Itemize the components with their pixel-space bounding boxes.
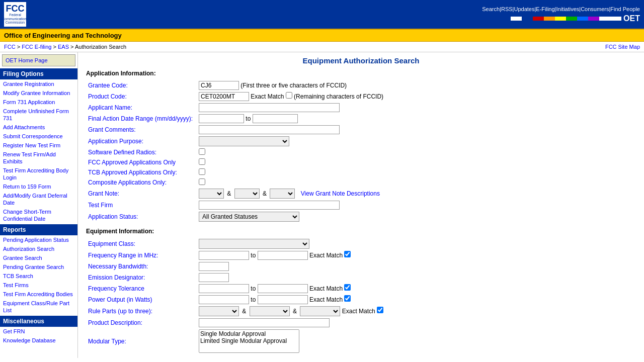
composite-link[interactable]: Composite Applications Only: <box>88 179 167 186</box>
fcc-approved-checkbox[interactable] <box>199 158 205 165</box>
header-nav-links[interactable]: Search| RSS | Updates | E-Filing | Initi… <box>482 6 640 12</box>
exact-match-checkbox[interactable] <box>286 92 292 99</box>
necessary-bw-link[interactable]: Necessary Bandwidth: <box>88 263 148 270</box>
breadcrumb-eas[interactable]: EAS <box>58 44 69 50</box>
grant-note-link[interactable]: Grant Note: <box>88 190 119 197</box>
nav-rss[interactable]: RSS <box>501 6 513 12</box>
product-desc-input[interactable] <box>199 318 330 327</box>
sidebar-change-confidential[interactable]: Change Short-Term Confidential Date <box>0 207 77 223</box>
sidebar-submit-correspondence[interactable]: Submit Correspondence <box>0 132 77 141</box>
sidebar-top-item[interactable]: OET Home Page <box>2 54 75 66</box>
final-action-link[interactable]: Final Action Date Range (mm/dd/yyyy): <box>88 115 193 122</box>
sidebar-form731[interactable]: Form 731 Application <box>0 98 77 107</box>
frequency-range-link[interactable]: Frequency Range in MHz: <box>88 252 158 259</box>
grant-note-and2: & <box>263 190 267 197</box>
sidebar-grantee-search[interactable]: Grantee Search <box>0 253 77 262</box>
app-purpose-link[interactable]: Application Purpose: <box>88 138 143 145</box>
final-action-end-input[interactable] <box>253 114 298 123</box>
grant-note-select2[interactable] <box>234 189 260 199</box>
fcc-site-map-link[interactable]: FCC Site Map <box>605 44 640 50</box>
nav-consumers[interactable]: Consumers <box>581 6 609 12</box>
sidebar-equipment-class[interactable]: Equipment Class/Rule Part List <box>0 299 77 315</box>
sidebar-knowledge-db[interactable]: Knowledge Database <box>0 336 77 345</box>
modular-type-link[interactable]: Modular Type: <box>88 338 126 345</box>
breadcrumb-current: Authorization Search <box>75 44 126 50</box>
necessary-bw-input[interactable] <box>199 262 229 271</box>
freq-tolerance-start-input[interactable] <box>199 284 249 293</box>
fcc-approved-link[interactable]: FCC Approved Applications Only <box>88 159 176 166</box>
application-status-select[interactable]: All Granted Statuses <box>199 212 299 222</box>
equipment-class-select[interactable] <box>199 239 309 249</box>
freq-range-exact-checkbox[interactable] <box>344 251 351 257</box>
tcb-approved-checkbox[interactable] <box>199 168 205 175</box>
applicant-name-link[interactable]: Applicant Name: <box>88 104 132 111</box>
rule-parts-select2[interactable] <box>250 306 290 316</box>
modular-type-select[interactable]: Single Modular Approval Limited Single M… <box>199 329 299 353</box>
grant-note-select3[interactable] <box>270 189 295 199</box>
composite-checkbox[interactable] <box>199 178 205 185</box>
final-action-start-input[interactable] <box>199 114 244 123</box>
freq-range-start-input[interactable] <box>199 251 249 260</box>
power-output-link[interactable]: Power Output (in Watts) <box>88 296 152 303</box>
software-radios-link[interactable]: Software Defined Radios: <box>88 149 156 156</box>
software-radios-checkbox[interactable] <box>199 148 205 155</box>
sidebar-pending-grantee[interactable]: Pending Grantee Search <box>0 262 77 272</box>
freq-tolerance-end-input[interactable] <box>258 284 308 293</box>
product-code-link[interactable]: Product Code: <box>88 93 127 100</box>
modular-option-limited[interactable]: Limited Single Modular Approval <box>200 337 298 344</box>
oet-home-link[interactable]: OET Home Page <box>6 57 48 63</box>
modular-option-single[interactable]: Single Modular Approval <box>200 330 298 337</box>
sidebar-test-firm-bodies[interactable]: Test Firm Accrediting Bodies <box>0 290 77 299</box>
power-output-exact-checkbox[interactable] <box>344 295 351 302</box>
sidebar-modify-grantee[interactable]: Modify Grantee Information <box>0 88 77 98</box>
sidebar-test-firm-login[interactable]: Test Firm Accrediting Body Login <box>0 166 77 182</box>
tcb-approved-link[interactable]: TCB Approved Applications Only: <box>88 169 177 176</box>
sidebar-test-firms[interactable]: Test Firms <box>0 281 77 290</box>
breadcrumb-efiling[interactable]: FCC E-filing <box>22 44 51 50</box>
sidebar-pending-status[interactable]: Pending Application Status <box>0 235 77 244</box>
view-grant-note-link[interactable]: View Grant Note Descriptions <box>301 190 380 197</box>
sidebar-renew-test-firm[interactable]: Renew Test Firm/Add Exhibits <box>0 150 77 166</box>
rule-parts-select3[interactable] <box>300 306 340 316</box>
power-output-end-input[interactable] <box>258 295 308 304</box>
application-status-link[interactable]: Application Status: <box>88 213 138 220</box>
sidebar-grantee-reg[interactable]: Grantee Registration <box>0 79 77 88</box>
sidebar-grant-deferral[interactable]: Add/Modify Grant Deferral Date <box>0 191 77 207</box>
tcb-approved-row: TCB Approved Applications Only: <box>86 167 636 177</box>
app-purpose-select[interactable] <box>199 136 289 146</box>
breadcrumb-fcc[interactable]: FCC <box>4 44 16 50</box>
nav-findpeople[interactable]: Find People <box>610 6 640 12</box>
product-code-row: Product Code: Exact Match (Remaining cha… <box>86 91 636 102</box>
emission-desig-link[interactable]: Emission Designator: <box>88 274 145 281</box>
freq-tolerance-link[interactable]: Frequency Tolerance <box>88 285 144 292</box>
applicant-name-input[interactable] <box>199 103 340 112</box>
rule-parts-select1[interactable] <box>199 306 239 316</box>
sidebar-get-frn[interactable]: Get FRN <box>0 327 77 336</box>
sidebar-auth-search[interactable]: Authorization Search <box>0 244 77 253</box>
sidebar-complete-form731[interactable]: Complete Unfinished Form 731 <box>0 107 77 123</box>
rule-parts-exact-checkbox[interactable] <box>377 307 383 313</box>
grantee-code-link[interactable]: Grantee Code: <box>88 82 128 89</box>
grantee-code-input[interactable] <box>199 81 239 90</box>
product-desc-link[interactable]: Product Description: <box>88 319 142 326</box>
grant-comments-link[interactable]: Grant Comments: <box>88 126 136 133</box>
nav-search[interactable]: Search <box>482 6 500 12</box>
freq-range-end-input[interactable] <box>258 251 308 260</box>
equipment-class-link[interactable]: Equipment Class: <box>88 240 135 247</box>
emission-desig-input[interactable] <box>199 273 229 282</box>
sidebar-tcb-search[interactable]: TCB Search <box>0 272 77 281</box>
grant-comments-input[interactable] <box>199 125 340 134</box>
sidebar-return-159[interactable]: Return to 159 Form <box>0 182 77 191</box>
nav-initiatives[interactable]: Initiatives <box>556 6 579 12</box>
power-output-start-input[interactable] <box>199 295 249 304</box>
grant-note-select1[interactable] <box>199 189 224 199</box>
sidebar-register-test-firm[interactable]: Register New Test Firm <box>0 141 77 150</box>
freq-tolerance-exact-checkbox[interactable] <box>344 284 351 291</box>
test-firm-link[interactable]: Test Firm <box>88 202 113 209</box>
product-code-input[interactable] <box>199 92 249 101</box>
nav-updates[interactable]: Updates <box>514 6 534 12</box>
rule-parts-link[interactable]: Rule Parts (up to three): <box>88 308 152 315</box>
test-firm-input[interactable] <box>199 201 340 210</box>
nav-efiling[interactable]: E-Filing <box>536 6 554 12</box>
sidebar-add-attachments[interactable]: Add Attachments <box>0 123 77 132</box>
